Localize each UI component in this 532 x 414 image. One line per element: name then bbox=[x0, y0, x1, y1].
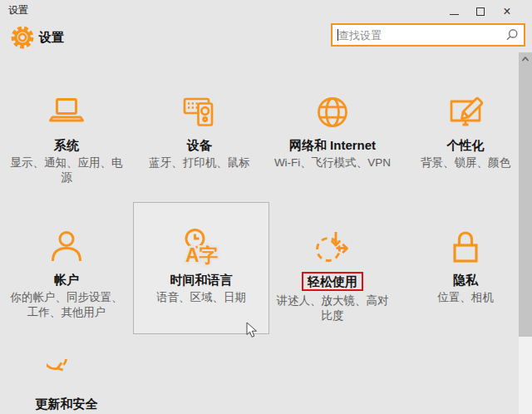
tile-system[interactable]: 系统 显示、通知、应用、电源 bbox=[0, 67, 133, 202]
tile-title: 个性化 bbox=[447, 137, 485, 153]
minimize-button[interactable] bbox=[441, 0, 467, 23]
search-box bbox=[331, 23, 525, 47]
window-title: 设置 bbox=[8, 3, 28, 17]
maximize-button[interactable] bbox=[467, 0, 494, 23]
tile-title: 隐私 bbox=[453, 272, 478, 288]
ease-of-access-icon bbox=[313, 227, 352, 267]
tile-subtitle: 背景、锁屏、颜色 bbox=[404, 155, 527, 170]
tile-title: 更新和安全 bbox=[36, 396, 98, 412]
icon-text: A字 bbox=[185, 244, 219, 266]
user-icon bbox=[47, 227, 86, 267]
tile-title: 系统 bbox=[54, 137, 79, 153]
tile-title: 设备 bbox=[187, 137, 212, 153]
tile-network[interactable]: 网络和 Internet Wi-Fi、飞行模式、VPN bbox=[266, 67, 399, 202]
tile-subtitle: 位置、相机 bbox=[404, 290, 527, 305]
tile-title: 网络和 Internet bbox=[289, 137, 376, 153]
close-icon: × bbox=[503, 5, 510, 18]
page-title: 设置 bbox=[39, 30, 64, 46]
tile-title-annotated: 轻松使用 bbox=[302, 272, 363, 291]
clock-language-icon: A字 bbox=[181, 227, 221, 267]
minimize-icon bbox=[450, 14, 459, 15]
devices-icon bbox=[180, 92, 219, 132]
globe-icon bbox=[313, 92, 352, 132]
scroll-up-icon[interactable] bbox=[521, 55, 530, 63]
tile-title: 时间和语言 bbox=[170, 272, 233, 288]
tile-ease-of-access[interactable]: 轻松使用 讲述人、放大镜、高对比度 bbox=[266, 202, 399, 334]
tile-accounts[interactable]: 帐户 你的帐户、同步设置、工作、其他用户 bbox=[0, 202, 133, 334]
tile-subtitle: 蓝牙、打印机、鼠标 bbox=[138, 155, 261, 170]
tile-subtitle: 显示、通知、应用、电源 bbox=[5, 155, 128, 185]
search-icon[interactable] bbox=[505, 28, 519, 42]
tile-devices[interactable]: 设备 蓝牙、打印机、鼠标 bbox=[133, 67, 266, 202]
refresh-icon bbox=[47, 359, 86, 391]
vertical-scrollbar[interactable] bbox=[519, 52, 532, 414]
tile-privacy[interactable]: 隐私 位置、相机 bbox=[399, 202, 532, 334]
laptop-icon bbox=[47, 92, 86, 132]
scrollbar-thumb[interactable] bbox=[519, 52, 532, 337]
maximize-icon bbox=[476, 7, 485, 16]
settings-window: 设置 × 设置 系统 显示、通知、应 bbox=[0, 0, 532, 414]
gear-icon bbox=[11, 26, 34, 49]
close-button[interactable]: × bbox=[494, 0, 520, 23]
caption-buttons: × bbox=[441, 0, 520, 23]
search-input[interactable] bbox=[332, 29, 505, 42]
tile-subtitle: Wi-Fi、飞行模式、VPN bbox=[274, 155, 391, 170]
lock-icon bbox=[446, 227, 485, 267]
tile-subtitle: 语音、区域、日期 bbox=[140, 290, 263, 305]
tile-subtitle: 讲述人、放大镜、高对比度 bbox=[271, 293, 394, 323]
tile-title: 帐户 bbox=[54, 272, 79, 288]
tile-time-language[interactable]: A字 时间和语言 语音、区域、日期 bbox=[133, 202, 269, 334]
tile-personalization[interactable]: 个性化 背景、锁屏、颜色 bbox=[399, 67, 532, 202]
text-caret bbox=[337, 29, 338, 41]
tile-subtitle: 你的帐户、同步设置、工作、其他用户 bbox=[5, 290, 128, 319]
personalization-icon bbox=[446, 92, 485, 132]
tile-update-security[interactable]: 更新和安全 bbox=[0, 334, 133, 414]
